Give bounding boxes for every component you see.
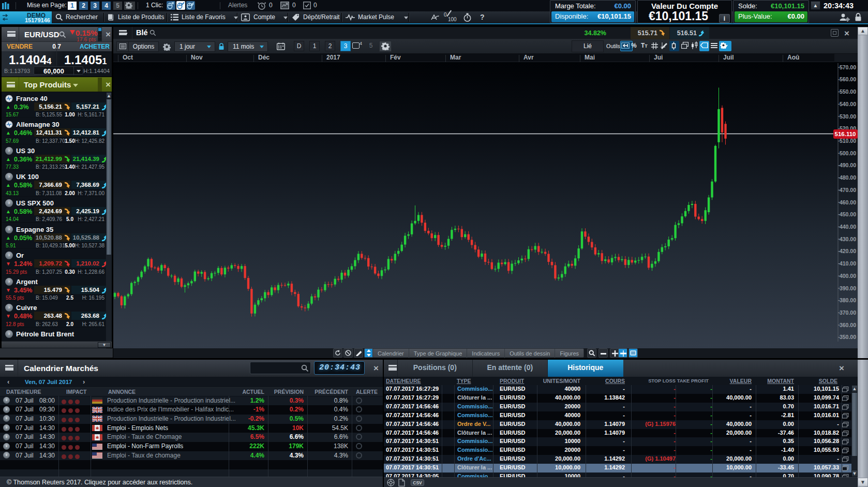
svg-text:490.00: 490.00 bbox=[840, 162, 856, 168]
svg-text:480.00: 480.00 bbox=[840, 174, 856, 181]
svg-text:470.00: 470.00 bbox=[840, 187, 856, 193]
svg-text:410.00: 410.00 bbox=[840, 260, 856, 267]
svg-text:400.00: 400.00 bbox=[840, 273, 856, 279]
svg-text:540.00: 540.00 bbox=[840, 101, 856, 107]
svg-text:380.00: 380.00 bbox=[840, 297, 856, 303]
svg-text:516.110: 516.110 bbox=[835, 131, 856, 137]
svg-text:560.00: 560.00 bbox=[840, 76, 856, 82]
svg-text:530.00: 530.00 bbox=[840, 113, 856, 120]
svg-text:360.00: 360.00 bbox=[840, 322, 856, 328]
svg-text:420.00: 420.00 bbox=[840, 248, 856, 254]
svg-text:460.00: 460.00 bbox=[840, 199, 856, 205]
svg-text:350.00: 350.00 bbox=[840, 334, 856, 340]
svg-text:370.00: 370.00 bbox=[840, 309, 856, 316]
svg-text:440.00: 440.00 bbox=[840, 224, 856, 230]
svg-text:430.00: 430.00 bbox=[840, 236, 856, 242]
svg-text:450.00: 450.00 bbox=[840, 211, 856, 217]
svg-text:390.00: 390.00 bbox=[840, 285, 856, 291]
svg-text:550.00: 550.00 bbox=[840, 88, 856, 95]
svg-text:500.00: 500.00 bbox=[840, 150, 856, 156]
svg-text:570.00: 570.00 bbox=[840, 64, 856, 70]
